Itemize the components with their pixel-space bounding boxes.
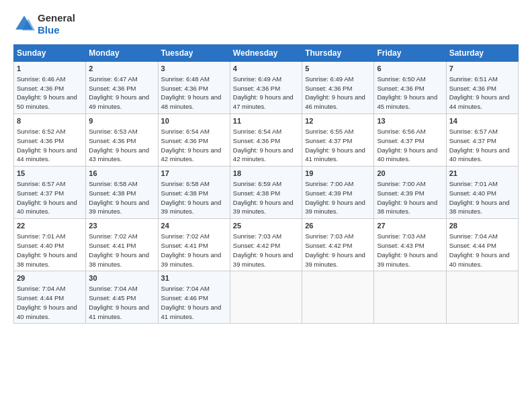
- calendar-header-tuesday: Tuesday: [158, 45, 230, 62]
- day-detail: Sunrise: 7:02 AMSunset: 4:41 PMDaylight:…: [161, 232, 222, 267]
- calendar-header-wednesday: Wednesday: [230, 45, 302, 62]
- day-number: 1: [17, 64, 83, 74]
- header: General Blue: [13, 12, 519, 36]
- day-detail: Sunrise: 6:59 AMSunset: 4:38 PMDaylight:…: [233, 180, 294, 215]
- day-number: 5: [305, 64, 371, 74]
- day-number: 24: [161, 221, 227, 231]
- calendar-cell: 4Sunrise: 6:49 AMSunset: 4:36 PMDaylight…: [230, 62, 302, 114]
- day-number: 4: [233, 64, 299, 74]
- day-detail: Sunrise: 6:56 AMSunset: 4:37 PMDaylight:…: [377, 128, 437, 163]
- day-number: 14: [449, 116, 515, 126]
- day-number: 26: [305, 221, 371, 231]
- day-detail: Sunrise: 6:58 AMSunset: 4:38 PMDaylight:…: [89, 180, 149, 215]
- logo-icon: [13, 13, 35, 35]
- day-detail: Sunrise: 6:50 AMSunset: 4:36 PMDaylight:…: [377, 75, 437, 110]
- logo-text: General Blue: [38, 12, 75, 36]
- day-number: 17: [161, 169, 227, 179]
- calendar-cell: 13Sunrise: 6:56 AMSunset: 4:37 PMDayligh…: [374, 114, 446, 167]
- day-detail: Sunrise: 6:52 AMSunset: 4:36 PMDaylight:…: [17, 128, 77, 163]
- day-detail: Sunrise: 7:04 AMSunset: 4:45 PMDaylight:…: [89, 285, 149, 320]
- calendar-cell: 18Sunrise: 6:59 AMSunset: 4:38 PMDayligh…: [230, 167, 302, 219]
- logo: General Blue: [13, 12, 75, 36]
- calendar-week-2: 8Sunrise: 6:52 AMSunset: 4:36 PMDaylight…: [14, 114, 519, 167]
- calendar-cell: [230, 271, 302, 324]
- calendar-cell: 21Sunrise: 7:01 AMSunset: 4:40 PMDayligh…: [446, 167, 518, 219]
- day-detail: Sunrise: 6:51 AMSunset: 4:36 PMDaylight:…: [449, 75, 510, 110]
- calendar-cell: 12Sunrise: 6:55 AMSunset: 4:37 PMDayligh…: [302, 114, 374, 167]
- day-number: 27: [377, 221, 443, 231]
- day-detail: Sunrise: 7:03 AMSunset: 4:42 PMDaylight:…: [233, 232, 294, 267]
- day-detail: Sunrise: 7:00 AMSunset: 4:39 PMDaylight:…: [305, 180, 365, 215]
- calendar-cell: 20Sunrise: 7:00 AMSunset: 4:39 PMDayligh…: [374, 167, 446, 219]
- day-detail: Sunrise: 7:01 AMSunset: 4:40 PMDaylight:…: [17, 232, 77, 267]
- calendar-week-4: 22Sunrise: 7:01 AMSunset: 4:40 PMDayligh…: [14, 219, 519, 271]
- page: General Blue SundayMondayTuesdayWednesda…: [0, 0, 532, 330]
- day-detail: Sunrise: 7:04 AMSunset: 4:46 PMDaylight:…: [161, 285, 222, 320]
- day-number: 15: [17, 169, 83, 179]
- calendar-cell: 9Sunrise: 6:53 AMSunset: 4:36 PMDaylight…: [86, 114, 158, 167]
- calendar-cell: 26Sunrise: 7:03 AMSunset: 4:42 PMDayligh…: [302, 219, 374, 271]
- day-number: 9: [89, 116, 154, 126]
- calendar-cell: [302, 271, 374, 324]
- day-detail: Sunrise: 6:48 AMSunset: 4:36 PMDaylight:…: [161, 75, 222, 110]
- day-number: 10: [161, 116, 227, 126]
- day-detail: Sunrise: 7:03 AMSunset: 4:43 PMDaylight:…: [377, 232, 437, 267]
- calendar-cell: 19Sunrise: 7:00 AMSunset: 4:39 PMDayligh…: [302, 167, 374, 219]
- calendar-cell: 6Sunrise: 6:50 AMSunset: 4:36 PMDaylight…: [374, 62, 446, 114]
- day-number: 11: [233, 116, 299, 126]
- day-detail: Sunrise: 6:46 AMSunset: 4:36 PMDaylight:…: [17, 75, 77, 110]
- day-number: 12: [305, 116, 371, 126]
- day-number: 22: [17, 221, 83, 231]
- calendar-cell: 11Sunrise: 6:54 AMSunset: 4:36 PMDayligh…: [230, 114, 302, 167]
- calendar-cell: [446, 271, 518, 324]
- calendar-cell: 2Sunrise: 6:47 AMSunset: 4:36 PMDaylight…: [86, 62, 158, 114]
- day-detail: Sunrise: 6:55 AMSunset: 4:37 PMDaylight:…: [305, 128, 365, 163]
- calendar-header-monday: Monday: [86, 45, 158, 62]
- calendar-cell: 25Sunrise: 7:03 AMSunset: 4:42 PMDayligh…: [230, 219, 302, 271]
- calendar-cell: 10Sunrise: 6:54 AMSunset: 4:36 PMDayligh…: [158, 114, 230, 167]
- day-detail: Sunrise: 7:03 AMSunset: 4:42 PMDaylight:…: [305, 232, 365, 267]
- calendar-cell: 27Sunrise: 7:03 AMSunset: 4:43 PMDayligh…: [374, 219, 446, 271]
- calendar-cell: 8Sunrise: 6:52 AMSunset: 4:36 PMDaylight…: [14, 114, 86, 167]
- day-detail: Sunrise: 7:01 AMSunset: 4:40 PMDaylight:…: [449, 180, 510, 215]
- day-detail: Sunrise: 6:47 AMSunset: 4:36 PMDaylight:…: [89, 75, 149, 110]
- calendar-header-saturday: Saturday: [446, 45, 518, 62]
- calendar-cell: 24Sunrise: 7:02 AMSunset: 4:41 PMDayligh…: [158, 219, 230, 271]
- calendar-header-row: SundayMondayTuesdayWednesdayThursdayFrid…: [14, 45, 519, 62]
- day-number: 30: [89, 273, 154, 283]
- calendar-cell: 7Sunrise: 6:51 AMSunset: 4:36 PMDaylight…: [446, 62, 518, 114]
- calendar-cell: 5Sunrise: 6:49 AMSunset: 4:36 PMDaylight…: [302, 62, 374, 114]
- day-number: 23: [89, 221, 154, 231]
- day-detail: Sunrise: 7:04 AMSunset: 4:44 PMDaylight:…: [449, 232, 510, 267]
- day-detail: Sunrise: 7:04 AMSunset: 4:44 PMDaylight:…: [17, 285, 77, 320]
- calendar-week-1: 1Sunrise: 6:46 AMSunset: 4:36 PMDaylight…: [14, 62, 519, 114]
- calendar-header-friday: Friday: [374, 45, 446, 62]
- calendar-cell: 22Sunrise: 7:01 AMSunset: 4:40 PMDayligh…: [14, 219, 86, 271]
- day-number: 19: [305, 169, 371, 179]
- day-number: 25: [233, 221, 299, 231]
- calendar-cell: 30Sunrise: 7:04 AMSunset: 4:45 PMDayligh…: [86, 271, 158, 324]
- calendar-table: SundayMondayTuesdayWednesdayThursdayFrid…: [13, 44, 519, 324]
- day-detail: Sunrise: 6:54 AMSunset: 4:36 PMDaylight:…: [161, 128, 222, 163]
- calendar-cell: 23Sunrise: 7:02 AMSunset: 4:41 PMDayligh…: [86, 219, 158, 271]
- day-number: 16: [89, 169, 154, 179]
- calendar-week-3: 15Sunrise: 6:57 AMSunset: 4:37 PMDayligh…: [14, 167, 519, 219]
- calendar-header-thursday: Thursday: [302, 45, 374, 62]
- day-number: 2: [89, 64, 154, 74]
- day-number: 7: [449, 64, 515, 74]
- day-number: 13: [377, 116, 443, 126]
- day-number: 21: [449, 169, 515, 179]
- day-detail: Sunrise: 6:57 AMSunset: 4:37 PMDaylight:…: [17, 180, 77, 215]
- day-detail: Sunrise: 6:49 AMSunset: 4:36 PMDaylight:…: [233, 75, 294, 110]
- day-number: 3: [161, 64, 227, 74]
- day-number: 28: [449, 221, 515, 231]
- calendar-cell: 3Sunrise: 6:48 AMSunset: 4:36 PMDaylight…: [158, 62, 230, 114]
- calendar-cell: 15Sunrise: 6:57 AMSunset: 4:37 PMDayligh…: [14, 167, 86, 219]
- calendar-header-sunday: Sunday: [14, 45, 86, 62]
- day-number: 6: [377, 64, 443, 74]
- calendar-cell: 28Sunrise: 7:04 AMSunset: 4:44 PMDayligh…: [446, 219, 518, 271]
- day-number: 18: [233, 169, 299, 179]
- calendar-week-5: 29Sunrise: 7:04 AMSunset: 4:44 PMDayligh…: [14, 271, 519, 324]
- calendar-cell: 14Sunrise: 6:57 AMSunset: 4:37 PMDayligh…: [446, 114, 518, 167]
- day-detail: Sunrise: 6:58 AMSunset: 4:38 PMDaylight:…: [161, 180, 222, 215]
